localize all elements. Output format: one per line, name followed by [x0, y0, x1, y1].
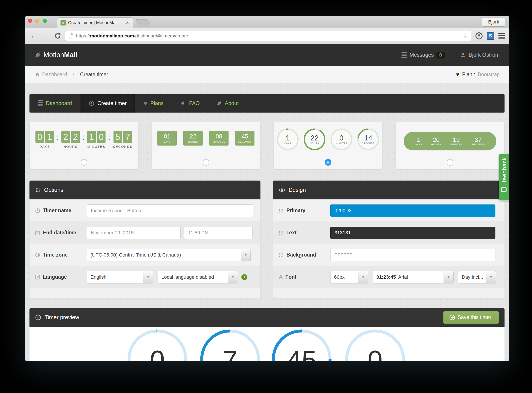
blocks-preview: 01DAYS 22HOURS 08MINUTES 45SECONDS — [157, 131, 254, 146]
design-panel: Design Primary 0290D3 Text 313131 — [273, 181, 505, 298]
primary-color-row: Primary 0290D3 — [273, 199, 505, 221]
browser-tab[interactable]: Create timer | MotionMail × — [57, 18, 133, 28]
preview-minutes-value: 45 — [271, 347, 333, 361]
app-header: MotionMail Messages 0 Bjork Ostrom — [25, 44, 509, 66]
nav-tab-plans[interactable]: ♥ Plans — [135, 94, 172, 113]
font-row: A Font 60px ▼ 01:23:45Arial ▼ Day incl..… — [273, 266, 505, 288]
messages-menu[interactable]: Messages 0 — [401, 52, 445, 59]
flip-clock-preview: 01DAYS : 22HOURS : 10MINUTES : 57SECONDS — [35, 131, 133, 148]
chevron-down-icon: ▼ — [486, 271, 496, 283]
feedback-divider — [501, 185, 508, 185]
font-format-select[interactable]: Day incl... ▼ — [458, 271, 496, 283]
close-window-button[interactable] — [28, 19, 32, 23]
clock-icon — [35, 208, 40, 213]
breadcrumb-current: Create timer — [80, 72, 108, 78]
text-color-row: Text 313131 — [273, 221, 505, 244]
primary-color-input[interactable]: 0290D3 — [330, 205, 495, 217]
zoom-window-button[interactable] — [43, 19, 47, 23]
user-name: Bjork Ostrom — [469, 52, 500, 58]
motionmail-favicon-leaf-icon — [60, 20, 66, 25]
local-language-select[interactable]: Local language disabled ▼ — [158, 271, 238, 283]
breadcrumb: Dashboard / Create timer ♥ Plan : Bootst… — [25, 66, 509, 83]
motionmail-logo[interactable]: MotionMail — [35, 51, 77, 59]
end-datetime-row: End date/time November 19, 2015 11:59 PM — [30, 221, 260, 244]
nav-tab-dashboard[interactable]: Dashboard — [30, 94, 80, 113]
desktop-background: Create timer | MotionMail × Bjork ← → ht… — [0, 0, 532, 393]
minimize-window-button[interactable] — [35, 19, 40, 23]
nav-tab-create-timer[interactable]: Create timer — [80, 94, 135, 113]
messages-label: Messages — [409, 52, 434, 58]
tab-close-icon[interactable]: × — [125, 20, 130, 26]
end-time-input[interactable]: 11:59 PM — [184, 227, 253, 239]
window-controls — [28, 19, 47, 23]
browser-menu-icon[interactable] — [498, 33, 505, 39]
time-zone-select[interactable]: (UTC-06:00) Central Time (US & Canada) ▼ — [87, 249, 251, 261]
reload-button[interactable] — [54, 32, 61, 39]
browser-profile-button[interactable]: Bjork — [482, 17, 505, 27]
url-input[interactable]: https://motionmailapp.com/dashboard#/tim… — [65, 31, 471, 41]
chevron-down-icon: ▼ — [358, 271, 368, 283]
user-menu[interactable]: Bjork Ostrom — [460, 52, 500, 58]
home-icon — [35, 72, 40, 77]
list-icon — [279, 253, 284, 257]
font-size-select[interactable]: 60px ▼ — [330, 271, 368, 283]
nav-tab-about[interactable]: About — [208, 94, 247, 113]
timer-style-rings-card[interactable]: 1DAYS 22HOURS 0MINUTES 14SECONDS — [273, 122, 383, 169]
feedback-bubble-icon — [501, 187, 508, 193]
page-icon — [69, 33, 73, 39]
heart-icon: ♥ — [456, 71, 459, 78]
back-button[interactable]: ← — [29, 32, 38, 40]
breadcrumb-dashboard-link[interactable]: Dashboard — [35, 72, 67, 78]
time-zone-row: Time zone (UTC-06:00) Central Time (US &… — [30, 244, 260, 266]
language-info-icon[interactable]: i — [241, 274, 247, 280]
text-color-input[interactable]: 313131 — [330, 227, 495, 239]
globe-icon — [35, 253, 40, 257]
plan-label: Plan : — [462, 72, 475, 78]
language-row: Language English ▼ Local language disabl… — [30, 266, 260, 288]
gear-icon — [35, 187, 40, 193]
brand-mail: Mail — [64, 51, 77, 59]
timer-style-pill-card[interactable]: 1DAYS 20HOURS 19MINUTES 37SECONDS — [395, 122, 505, 169]
end-date-input[interactable]: November 19, 2015 — [87, 227, 181, 239]
timer-style-flip-card[interactable]: 01DAYS : 22HOURS : 10MINUTES : 57SECONDS — [30, 122, 139, 169]
megaphone-icon — [181, 101, 186, 106]
leaf-icon — [35, 52, 41, 58]
language-select[interactable]: English ▼ — [87, 271, 153, 283]
design-panel-footer — [273, 288, 505, 298]
preview-hours-value: 7 — [199, 347, 261, 361]
design-title: Design — [288, 187, 306, 193]
browser-toolbar: ← → https://motionmailapp.com/dashboard#… — [25, 28, 509, 44]
timer-name-row: Timer name Income Report - Bottom — [30, 199, 260, 221]
browser-window: Create timer | MotionMail × Bjork ← → ht… — [25, 16, 509, 361]
bookmark-star-icon[interactable]: ☆ — [463, 32, 468, 39]
font-family-select[interactable]: 01:23:45Arial ▼ — [373, 271, 453, 283]
list-icon — [279, 230, 284, 235]
flip-style-radio[interactable] — [81, 159, 87, 166]
list-icon — [279, 208, 284, 213]
new-tab-button[interactable] — [136, 19, 150, 26]
forward-button[interactable]: → — [42, 32, 50, 40]
s-extension-icon[interactable]: S — [487, 32, 494, 40]
timer-style-blocks-card[interactable]: 01DAYS 22HOURS 08MINUTES 45SECONDS — [151, 122, 260, 169]
blocks-style-radio[interactable] — [203, 159, 209, 166]
feedback-label: feedback — [501, 157, 508, 182]
calendar-icon — [35, 230, 40, 235]
feedback-tab[interactable]: feedback — [499, 153, 509, 201]
timer-preview-header: Timer preview Save this timer! — [30, 308, 505, 327]
timer-style-cards: 01DAYS : 22HOURS : 10MINUTES : 57SECONDS… — [30, 122, 505, 169]
nav-tab-faq[interactable]: FAQ — [172, 94, 208, 113]
rings-style-radio[interactable] — [325, 159, 331, 166]
plan-value: Bootstrap — [478, 72, 500, 78]
rings-preview: 1DAYS 22HOURS 0MINUTES 14SECONDS — [276, 128, 380, 151]
pill-style-radio[interactable] — [447, 159, 453, 166]
breadcrumb-separator: / — [73, 72, 74, 78]
onepassword-extension-icon[interactable] — [475, 32, 483, 40]
timer-name-input[interactable]: Income Report - Bottom — [87, 205, 253, 217]
background-color-row: Background FFFFFF — [273, 244, 505, 266]
options-panel-header: Options — [30, 181, 260, 199]
background-color-input[interactable]: FFFFFF — [330, 249, 495, 261]
options-panel-footer — [30, 288, 260, 298]
chevron-down-icon: ▼ — [143, 271, 153, 283]
save-timer-button[interactable]: Save this timer! — [443, 311, 499, 324]
brand-motion: Motion — [44, 51, 64, 59]
